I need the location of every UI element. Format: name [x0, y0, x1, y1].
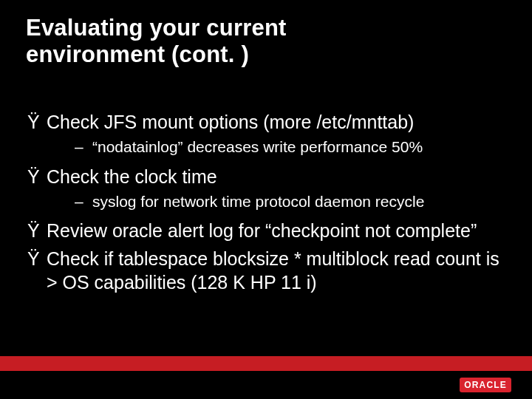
- bullet-text: Check JFS mount options (more /etc/mntta…: [47, 110, 510, 134]
- sub-bullet-mark: –: [75, 137, 92, 157]
- slide-content: Ÿ Check JFS mount options (more /etc/mnt…: [26, 110, 510, 294]
- sub-bullet-item: – “nodatainlog” decreases write performa…: [75, 137, 510, 157]
- sub-bullet-mark: –: [75, 191, 92, 211]
- slide: Evaluating your current environment (con…: [0, 0, 532, 399]
- bullet-mark: Ÿ: [27, 219, 47, 242]
- title-line-2: environment (cont. ): [26, 41, 249, 67]
- oracle-logo-text: ORACLE: [464, 380, 507, 390]
- sub-bullet-item: – syslog for network time protocol daemo…: [75, 191, 510, 211]
- title-line-1: Evaluating your current: [26, 15, 287, 41]
- slide-title: Evaluating your current environment (con…: [26, 15, 510, 67]
- bullet-text: Review oracle alert log for “checkpoint …: [47, 219, 510, 242]
- bullet-item: Ÿ Check the clock time: [27, 165, 510, 188]
- bullet-mark: Ÿ: [27, 247, 47, 294]
- footer-black-bar: ORACLE: [0, 371, 532, 399]
- oracle-logo: ORACLE: [460, 378, 511, 392]
- bullet-item: Ÿ Check if tablespace blocksize * multib…: [27, 247, 510, 294]
- sub-bullet-text: “nodatainlog” decreases write performanc…: [92, 137, 510, 157]
- bullet-text: Check if tablespace blocksize * multiblo…: [47, 247, 510, 294]
- sub-bullet-text: syslog for network time protocol daemon …: [92, 191, 510, 211]
- bullet-item: Ÿ Check JFS mount options (more /etc/mnt…: [27, 110, 510, 134]
- slide-footer: ORACLE: [0, 356, 532, 399]
- bullet-mark: Ÿ: [27, 110, 47, 134]
- bullet-text: Check the clock time: [47, 165, 510, 188]
- bullet-mark: Ÿ: [27, 165, 47, 188]
- footer-red-bar: [0, 356, 532, 371]
- bullet-item: Ÿ Review oracle alert log for “checkpoin…: [27, 219, 510, 242]
